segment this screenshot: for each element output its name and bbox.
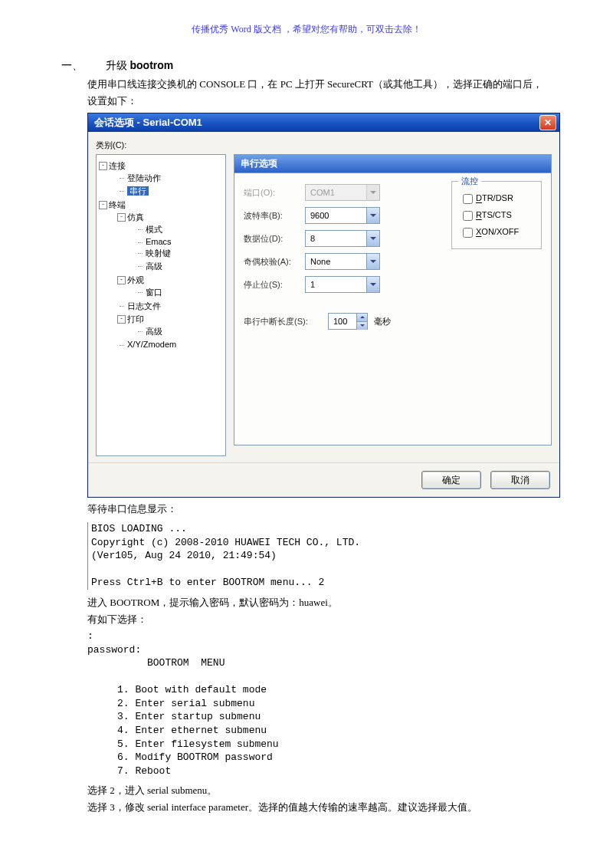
rts-checkbox[interactable] [463,211,473,221]
tree-node-emulation[interactable]: 仿真 [127,212,144,222]
close-icon[interactable]: ✕ [539,115,556,130]
wait-serial-text: 等待串口信息显示： [87,501,552,518]
chevron-down-icon[interactable] [366,231,379,246]
xon-checkbox[interactable] [463,228,473,238]
stopbits-label: 停止位(S): [244,279,305,291]
tree-node-connection[interactable]: 连接 [109,161,126,170]
dialog-title: 会话选项 - Serial-COM1 [94,116,202,130]
baud-select[interactable]: 9600 [305,207,380,224]
cancel-button[interactable]: 取消 [490,471,550,489]
flow-control-group: 流控 DDTR/DSRTR/DSR RRTS/CTSTS/CTS XXON/XO… [451,181,542,249]
tree-node-emacs[interactable]: Emacs [146,237,172,246]
port-label: 端口(O): [244,187,305,199]
section-title-bold: bootrom [130,59,174,71]
port-select: COM1 [305,184,380,201]
xon-checkbox-row[interactable]: XXON/XOFFON/XOFF [460,225,533,240]
chevron-down-icon[interactable] [366,277,379,292]
parity-select[interactable]: None [305,253,380,270]
enter-bootrom-text: 进入 BOOTROM，提示输入密码，默认密码为：huawei。 [87,594,552,611]
tree-node-window[interactable]: 窗口 [146,288,162,297]
tree-node-appearance[interactable]: 外观 [127,275,144,284]
break-unit: 毫秒 [374,316,391,327]
tree-collapse-icon[interactable]: - [117,315,126,324]
category-tree[interactable]: -连接 登陆动作 串行 -终端 -仿真 模式 [96,154,226,456]
rts-checkbox-row[interactable]: RRTS/CTSTS/CTS [460,209,533,223]
chevron-down-icon[interactable] [366,208,379,223]
tree-node-xyzmodem[interactable]: X/Y/Zmodem [127,340,176,349]
tree-node-serial[interactable]: 串行 [127,186,149,196]
tree-collapse-icon[interactable]: - [99,162,107,170]
tree-node-print-advanced[interactable]: 高级 [146,327,162,336]
break-value: 100 [329,317,356,326]
tree-node-print[interactable]: 打印 [127,314,144,324]
tree-node-terminal[interactable]: 终端 [109,200,126,209]
chevron-down-icon [366,185,379,200]
tree-node-advanced[interactable]: 高级 [146,261,162,271]
header-note: 传播优秀 Word 版文档 ，希望对您有帮助，可双击去除！ [61,23,552,36]
select-3-text: 选择 3，修改 serial interface parameter。选择的值越… [87,799,552,816]
ok-button[interactable]: 确定 [421,471,481,489]
break-spinner[interactable]: 100 [328,313,368,330]
intro-text: 使用串口线连接交换机的 CONSOLE 口，在 PC 上打开 SecureCRT… [87,76,552,110]
databits-value: 8 [310,234,315,243]
baud-value: 9600 [310,211,329,220]
tree-node-mapkeys[interactable]: 映射键 [146,248,171,258]
port-value: COM1 [310,188,335,197]
dtr-checkbox-row[interactable]: DDTR/DSRTR/DSR [460,192,533,206]
databits-select[interactable]: 8 [305,230,380,247]
category-label: 类别(C): [96,140,552,151]
spin-down-icon[interactable] [356,322,367,330]
dialog-titlebar: 会话选项 - Serial-COM1 ✕ [88,113,559,132]
select-2-text: 选择 2，进入 serial submenu。 [87,782,552,799]
tree-collapse-icon[interactable]: - [117,276,126,284]
section-number: 一、 [61,60,83,71]
panel-title: 串行选项 [234,154,552,173]
spin-up-icon[interactable] [356,314,367,322]
flow-control-legend: 流控 [458,176,481,187]
stopbits-select[interactable]: 1 [305,276,380,293]
tree-collapse-icon[interactable]: - [117,213,126,222]
break-label: 串行中断长度(S): [244,316,328,327]
tree-node-mode[interactable]: 模式 [146,225,162,234]
chevron-down-icon[interactable] [366,254,379,269]
session-options-dialog: 会话选项 - Serial-COM1 ✕ 类别(C): -连接 登陆动作 串行 [87,113,560,498]
parity-label: 奇偶校验(A): [244,256,305,268]
section-heading: 一、升级 bootrom [61,59,552,73]
tree-node-login[interactable]: 登陆动作 [127,173,161,182]
console-output-bios: BIOS LOADING ... Copyright (c) 2008-2010… [87,522,552,590]
console-output-menu: : password: BOOTROM MENU 1. Boot with de… [87,630,552,778]
baud-label: 波特率(B): [244,210,305,222]
tree-node-logfile[interactable]: 日志文件 [127,301,161,311]
tree-collapse-icon[interactable]: - [99,201,107,209]
databits-label: 数据位(D): [244,233,305,245]
stopbits-value: 1 [310,280,315,289]
section-title-prefix: 升级 [106,60,130,71]
options-text: 有如下选择： [87,611,552,628]
dtr-checkbox[interactable] [463,194,473,204]
parity-value: None [310,257,330,266]
